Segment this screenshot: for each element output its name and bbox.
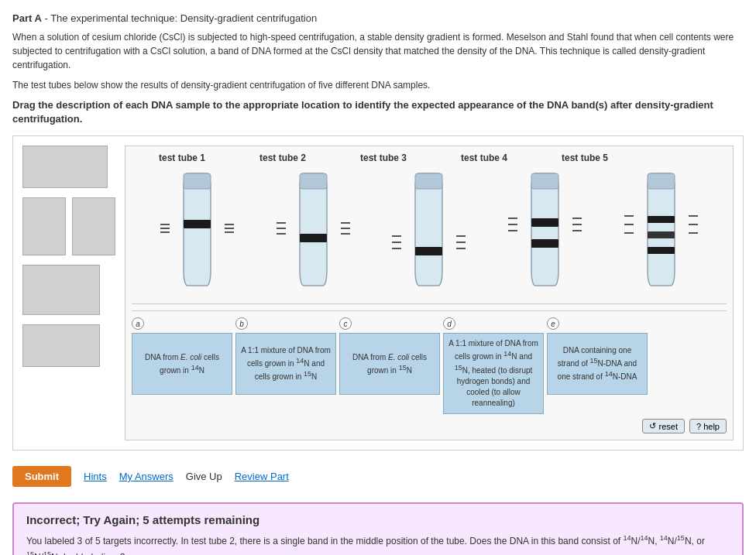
svg-rect-13: [648, 173, 675, 286]
tube-4-svg: [520, 170, 570, 293]
action-bar: Submit Hints My Answers Give Up Review P…: [12, 460, 744, 493]
feedback-box: Incorrect; Try Again; 5 attempts remaini…: [12, 502, 744, 555]
bottom-controls: ↺ reset ? help: [132, 419, 727, 433]
svg-rect-9: [531, 173, 558, 286]
desc-label-e: e: [547, 317, 559, 330]
desc-label-a: a: [132, 317, 144, 330]
desc-box-d[interactable]: A 1:1 mixture of DNA from cells grown in…: [443, 333, 544, 414]
description-para1: When a solution of cesium chloride (CsCl…: [12, 30, 744, 72]
svg-rect-10: [531, 173, 558, 189]
hints-link[interactable]: Hints: [84, 471, 107, 482]
main-content-area: test tube 1 test tube 2 test tube 3 test…: [12, 135, 744, 451]
page-container: Part A - The experimental technique: Den…: [0, 0, 756, 555]
desc-box-a-wrapper: a DNA from E. coli cells grown in 14N: [132, 317, 232, 414]
description-boxes-row: a DNA from E. coli cells grown in 14N b …: [132, 310, 727, 414]
svg-rect-17: [648, 247, 675, 254]
separator: -: [42, 12, 50, 24]
submit-button[interactable]: Submit: [12, 466, 71, 487]
tube-1-svg: [172, 170, 222, 293]
part-label: Part A: [12, 12, 42, 24]
drop-zone-2[interactable]: [22, 197, 66, 255]
tube-headers: test tube 1 test tube 2 test tube 3 test…: [132, 152, 727, 163]
desc-box-e[interactable]: DNA containing one strand of 15N-DNA and…: [547, 333, 648, 395]
tube-header-2: test tube 2: [232, 152, 333, 163]
svg-rect-16: [648, 231, 675, 238]
tube-2-svg: [288, 170, 338, 293]
tube-header-3: test tube 3: [333, 152, 434, 163]
part-title: The experimental technique: Density-grad…: [50, 12, 317, 24]
give-up-text: Give Up: [186, 471, 222, 482]
tube-header-4: test tube 4: [434, 152, 534, 163]
tubes-visual-row: [132, 170, 727, 296]
tube-header-1: test tube 1: [132, 152, 232, 163]
desc-box-b-wrapper: b A 1:1 mixture of DNA from cells grown …: [235, 317, 336, 414]
right-content: test tube 1 test tube 2 test tube 3 test…: [125, 146, 734, 440]
svg-rect-3: [300, 173, 327, 286]
tube-1-container: [147, 170, 248, 296]
desc-box-b[interactable]: A 1:1 mixture of DNA from cells grown in…: [235, 333, 336, 395]
svg-rect-14: [648, 173, 675, 189]
svg-rect-4: [300, 173, 327, 189]
svg-rect-7: [415, 173, 442, 189]
drop-zone-5[interactable]: [22, 324, 100, 367]
drop-zone-1[interactable]: [22, 146, 108, 188]
reset-button[interactable]: ↺ reset: [642, 419, 685, 433]
tube-2-container: [263, 170, 363, 296]
reset-icon: ↺: [649, 421, 656, 431]
feedback-title: Incorrect; Try Again; 5 attempts remaini…: [26, 513, 730, 526]
desc-box-e-wrapper: e DNA containing one strand of 15N-DNA a…: [547, 317, 648, 414]
svg-rect-6: [415, 173, 442, 286]
desc-label-c: c: [339, 317, 352, 330]
tube-5-svg: [636, 170, 686, 293]
svg-rect-2: [184, 220, 211, 228]
left-drop-zones: [22, 146, 115, 440]
help-button[interactable]: ? help: [689, 419, 727, 433]
desc-box-d-wrapper: d A 1:1 mixture of DNA from cells grown …: [443, 317, 544, 414]
svg-rect-15: [648, 216, 675, 223]
svg-rect-5: [300, 234, 327, 242]
svg-rect-1: [184, 173, 211, 189]
svg-rect-0: [184, 173, 211, 286]
drag-instruction: Drag the description of each DNA sample …: [12, 98, 744, 126]
drop-zone-4[interactable]: [22, 265, 100, 315]
review-part-link[interactable]: Review Part: [235, 471, 289, 482]
tube-3-svg: [404, 170, 454, 293]
desc-box-c[interactable]: DNA from E. coli cells grown in 15N: [339, 333, 440, 395]
svg-rect-12: [531, 239, 558, 248]
desc-box-c-wrapper: c DNA from E. coli cells grown in 15N: [339, 317, 440, 414]
drop-zone-3[interactable]: [72, 197, 115, 255]
desc-box-a[interactable]: DNA from E. coli cells grown in 14N: [132, 333, 232, 395]
tube-header-5: test tube 5: [534, 152, 635, 163]
tube-3-container: [379, 170, 479, 296]
desc-label-d: d: [443, 317, 455, 330]
svg-rect-8: [415, 247, 442, 255]
description-para2: The test tubes below show the results of…: [12, 78, 744, 92]
svg-rect-11: [531, 218, 558, 227]
feedback-text: You labeled 3 of 5 targets incorrectly. …: [26, 533, 730, 555]
tube-5-container: [610, 170, 711, 296]
part-header: Part A - The experimental technique: Den…: [12, 12, 744, 24]
desc-label-b: b: [235, 317, 248, 330]
tube-4-container: [495, 170, 596, 296]
my-answers-link[interactable]: My Answers: [119, 471, 174, 482]
